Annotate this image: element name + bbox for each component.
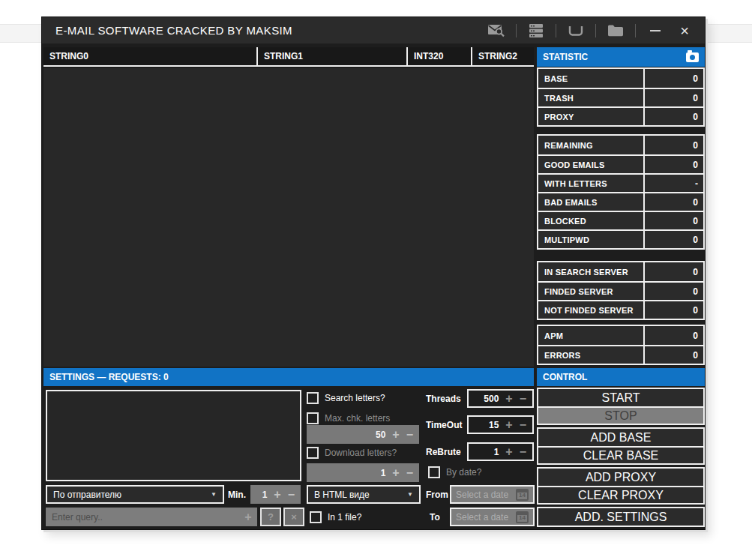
stat-label: BLOCKED [538, 212, 643, 229]
search-mode-dropdown[interactable]: По отправителю ▼ [46, 485, 224, 504]
save-format-value: В HTML виде [314, 490, 370, 500]
column-header-string0[interactable]: STRING0 [43, 47, 256, 65]
to-label: To [430, 512, 440, 523]
minus-icon[interactable]: − [288, 489, 295, 501]
titlebar: E-MAIL SOFTWARE CRACKED BY MAKSIM [42, 17, 705, 43]
settings-list-box[interactable] [46, 390, 301, 481]
add-query-icon[interactable]: + [240, 508, 256, 526]
min-label: Min. [228, 490, 246, 500]
stat-row: IN SEARCH SERVER 0 [538, 262, 703, 281]
minus-icon[interactable]: − [406, 467, 413, 479]
threads-stepper: 500 + − [467, 389, 534, 408]
control-group-settings: ADD. SETTINGS [537, 507, 705, 527]
app-window: E-MAIL SOFTWARE CRACKED BY MAKSIM [41, 16, 706, 530]
max-chk-letters-label: Max. chk. letters [325, 413, 390, 424]
minus-icon[interactable]: − [406, 429, 413, 441]
by-date-checkbox[interactable] [428, 466, 440, 478]
stat-label: BASE [538, 69, 643, 88]
chevron-down-icon: ▼ [407, 491, 413, 498]
control-header-label: CONTROL [543, 372, 587, 382]
stop-button[interactable]: STOP [538, 406, 703, 424]
desktop-background: E-MAIL SOFTWARE CRACKED BY MAKSIM [0, 0, 752, 560]
in-1-file-checkbox[interactable] [310, 511, 322, 523]
stat-row: BASE 0 [538, 69, 703, 88]
clear-proxy-button[interactable]: CLEAR PROXY [538, 486, 703, 503]
stat-row: MULTIPWD 0 [538, 229, 703, 248]
minus-icon[interactable]: − [520, 446, 526, 458]
stat-label: IN SEARCH SERVER [538, 262, 643, 281]
stat-value: 0 [643, 326, 703, 345]
date-from-picker[interactable]: Select a date 14 [450, 485, 535, 504]
stat-label: NOT FINDED SERVER [538, 301, 643, 319]
column-header-string2[interactable]: STRING2 [471, 47, 534, 65]
folder-icon[interactable] [606, 22, 625, 40]
stat-label: ERRORS [538, 346, 643, 364]
settings-header: SETTINGS — REQUESTS: 0 [43, 368, 534, 386]
download-count-value: 1 [381, 468, 386, 478]
search-letters-row: Search letters? [307, 391, 385, 405]
stat-label: BAD EMAILS [538, 193, 643, 211]
statistic-group-servers: IN SEARCH SERVER 0 FINDED SERVER 0 NOT F… [537, 261, 705, 320]
search-mode-value: По отправителю [53, 490, 121, 500]
threads-label: Threads [426, 394, 461, 404]
rebrute-label: ReBrute [426, 447, 461, 457]
minimize-button[interactable] [646, 22, 665, 40]
min-value: 1 [262, 490, 268, 500]
max-letters-stepper: 50 + − [307, 425, 419, 444]
from-label: From [426, 490, 448, 500]
stat-value: 0 [643, 69, 703, 88]
help-button[interactable]: ? [260, 508, 281, 526]
max-chk-letters-row: Max. chk. letters [307, 412, 390, 425]
plus-icon[interactable]: + [392, 429, 399, 441]
column-header-string1[interactable]: STRING1 [256, 47, 406, 65]
plus-icon[interactable]: + [505, 446, 512, 458]
column-header-int320[interactable]: INT320 [406, 47, 471, 65]
results-table-body[interactable] [43, 68, 534, 367]
titlebar-separator [635, 24, 636, 37]
stat-row: APM 0 [538, 326, 703, 345]
results-table-header: STRING0 STRING1 INT320 STRING2 [43, 47, 534, 67]
stat-label: WITH LETTERS [538, 175, 643, 192]
stat-value: 0 [643, 212, 703, 229]
start-button[interactable]: START [538, 389, 703, 406]
clear-base-button[interactable]: CLEAR BASE [538, 446, 703, 463]
download-letters-checkbox[interactable] [307, 447, 319, 459]
clear-query-button[interactable]: × [283, 508, 304, 526]
timeout-label: TimeOut [426, 420, 462, 430]
query-input[interactable] [46, 508, 257, 526]
statistic-header: STATISTIC [537, 47, 705, 67]
by-date-row: By date? [428, 466, 481, 479]
in-1-file-label: In 1 file? [328, 512, 361, 523]
camera-icon[interactable] [686, 52, 699, 62]
date-to-picker[interactable]: Select a date 14 [450, 508, 535, 526]
save-format-dropdown[interactable]: В HTML виде ▼ [307, 485, 421, 504]
stat-row: NOT FINDED SERVER 0 [538, 300, 703, 319]
plus-icon[interactable]: + [505, 419, 512, 431]
titlebar-separator [595, 24, 596, 37]
close-button[interactable]: × [675, 22, 694, 40]
add-proxy-button[interactable]: ADD PROXY [538, 469, 703, 486]
max-chk-letters-checkbox[interactable] [307, 412, 319, 424]
plus-icon[interactable]: + [392, 467, 399, 479]
stat-label: TRASH [538, 89, 643, 106]
statistic-title: STATISTIC [543, 52, 588, 62]
plus-icon[interactable]: + [274, 489, 280, 501]
mail-search-icon[interactable] [487, 22, 506, 40]
minus-icon[interactable]: − [520, 393, 526, 405]
stat-value: 0 [643, 301, 703, 319]
window-title: E-MAIL SOFTWARE CRACKED BY MAKSIM [55, 24, 292, 37]
minus-icon[interactable]: − [520, 419, 526, 431]
search-letters-checkbox[interactable] [307, 392, 319, 404]
control-group-proxy: ADD PROXY CLEAR PROXY [537, 467, 705, 505]
timeout-stepper: 15 + − [467, 415, 534, 434]
min-stepper: 1 + − [250, 485, 301, 504]
tray-icon[interactable] [566, 22, 586, 40]
stat-value: 0 [643, 283, 703, 300]
stat-value: 0 [643, 89, 703, 106]
add-base-button[interactable]: ADD BASE [538, 429, 703, 446]
server-list-icon[interactable] [526, 22, 546, 40]
chevron-down-icon: ▼ [211, 491, 217, 498]
plus-icon[interactable]: + [505, 393, 512, 405]
control-group-base: ADD BASE CLEAR BASE [537, 427, 705, 465]
additional-settings-button[interactable]: ADD. SETTINGS [538, 508, 703, 526]
